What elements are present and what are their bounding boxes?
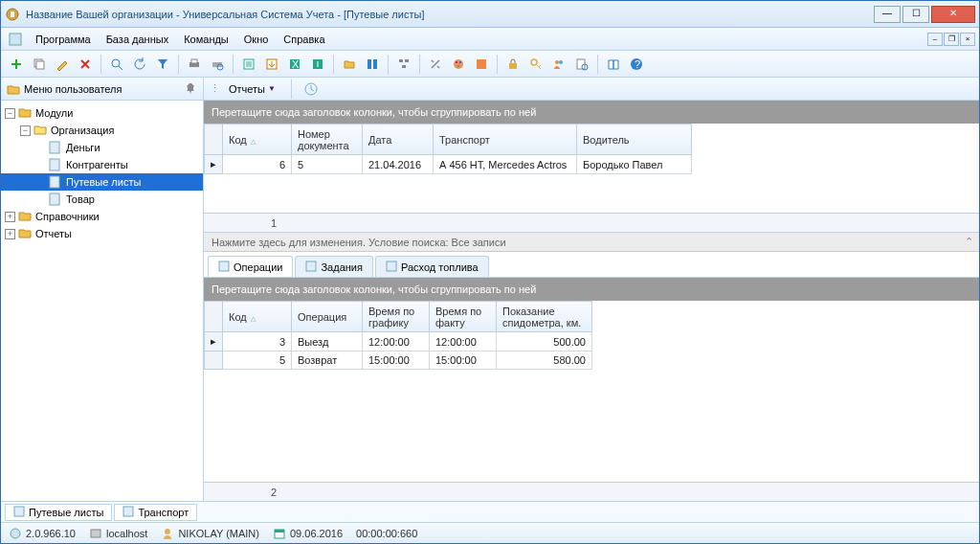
col-odometer[interactable]: Показание спидометра, км. bbox=[497, 302, 592, 332]
import-icon[interactable] bbox=[262, 55, 281, 74]
collapse-up-icon[interactable]: ⌃ bbox=[965, 236, 973, 248]
svg-rect-25 bbox=[509, 63, 517, 69]
tree-modules[interactable]: − Модули bbox=[1, 104, 203, 122]
document-icon bbox=[218, 261, 230, 274]
mdi-close[interactable]: × bbox=[960, 33, 975, 46]
lock-icon[interactable] bbox=[503, 55, 523, 74]
columns-icon[interactable] bbox=[363, 55, 382, 74]
reports-dropdown[interactable]: Отчеты ▼ bbox=[223, 81, 281, 97]
close-button[interactable]: ✕ bbox=[931, 6, 975, 23]
menu-window[interactable]: Окно bbox=[236, 32, 277, 47]
help-icon[interactable]: ? bbox=[627, 55, 646, 74]
col-operation[interactable]: Операция bbox=[292, 302, 363, 332]
doctab-waybills[interactable]: Путевые листы bbox=[5, 504, 112, 521]
menu-commands[interactable]: Команды bbox=[176, 32, 236, 47]
table-header-row: Код△ Номер документа Дата Транспорт Води… bbox=[205, 125, 692, 155]
audit-icon[interactable] bbox=[572, 55, 591, 74]
copy-icon[interactable] bbox=[30, 55, 49, 74]
tree-reports[interactable]: + Отчеты bbox=[1, 225, 203, 242]
maximize-button[interactable]: ☐ bbox=[902, 6, 929, 23]
status-date: 09.06.2016 bbox=[273, 527, 343, 540]
document-icon bbox=[13, 506, 25, 519]
folder-icon bbox=[18, 227, 32, 240]
palette-icon[interactable] bbox=[449, 55, 468, 74]
tab-operations[interactable]: Операции bbox=[208, 256, 293, 277]
svg-rect-1 bbox=[11, 11, 14, 17]
svg-point-28 bbox=[559, 60, 563, 64]
col-date[interactable]: Дата bbox=[363, 125, 434, 155]
filter-icon[interactable] bbox=[153, 55, 172, 74]
pin-icon[interactable] bbox=[186, 82, 197, 96]
window-buttons: — ☐ ✕ bbox=[874, 6, 975, 23]
expand-icon[interactable]: + bbox=[5, 212, 15, 222]
menu-help[interactable]: Справка bbox=[276, 32, 332, 47]
search-icon[interactable] bbox=[107, 55, 126, 74]
menu-program[interactable]: Программа bbox=[28, 32, 99, 47]
col-code[interactable]: Код△ bbox=[223, 125, 292, 155]
svg-rect-38 bbox=[219, 261, 229, 271]
collapse-icon[interactable]: − bbox=[20, 125, 31, 136]
table-row[interactable]: 5 Возврат 15:00:00 15:00:00 580.00 bbox=[205, 351, 592, 370]
refresh-icon[interactable] bbox=[130, 55, 149, 74]
tree-contragents[interactable]: Контрагенты bbox=[1, 156, 203, 173]
svg-rect-40 bbox=[387, 261, 396, 271]
tree-waybills[interactable]: Путевые листы bbox=[1, 173, 203, 191]
col-schedule-time[interactable]: Время по графику bbox=[363, 302, 430, 332]
col-actual-time[interactable]: Время по факту bbox=[430, 302, 497, 332]
key-icon[interactable] bbox=[526, 55, 546, 74]
svg-point-5 bbox=[112, 59, 120, 67]
folder-icon bbox=[18, 106, 32, 120]
users-icon[interactable] bbox=[549, 55, 568, 74]
col-transport[interactable]: Транспорт bbox=[434, 125, 577, 155]
menu-database[interactable]: База данных bbox=[99, 32, 177, 47]
svg-rect-34 bbox=[50, 159, 59, 170]
excel-import-icon[interactable] bbox=[308, 55, 327, 74]
tab-fuel[interactable]: Расход топлива bbox=[375, 256, 489, 277]
svg-rect-19 bbox=[402, 65, 406, 68]
mdi-minimize[interactable]: – bbox=[927, 33, 943, 46]
group-panel[interactable]: Перетащите сюда заголовок колонки, чтобы… bbox=[204, 101, 979, 124]
document-icon bbox=[49, 158, 62, 171]
tree-money[interactable]: Деньги bbox=[1, 139, 203, 156]
collapse-icon[interactable]: − bbox=[5, 108, 15, 119]
menubar: Программа База данных Команды Окно Справ… bbox=[1, 28, 979, 51]
book-icon[interactable] bbox=[604, 55, 623, 74]
tab-tasks[interactable]: Задания bbox=[295, 256, 372, 277]
folder-icon[interactable] bbox=[340, 55, 359, 74]
calendar-icon bbox=[273, 527, 286, 540]
doctab-transport[interactable]: Транспорт bbox=[114, 504, 197, 521]
col-docnum[interactable]: Номер документа bbox=[292, 125, 363, 155]
svg-rect-41 bbox=[14, 507, 24, 516]
detail-group-panel[interactable]: Перетащите сюда заголовок колонки, чтобы… bbox=[204, 278, 979, 301]
col-driver[interactable]: Водитель bbox=[577, 125, 692, 155]
theme-icon[interactable] bbox=[472, 55, 491, 74]
tree-view-icon[interactable] bbox=[394, 55, 413, 74]
mdi-restore[interactable]: ❐ bbox=[944, 33, 959, 46]
col-code[interactable]: Код△ bbox=[223, 302, 292, 332]
svg-rect-42 bbox=[123, 507, 133, 516]
filter-row[interactable]: Нажмите здесь для изменения. Условие пои… bbox=[204, 233, 979, 252]
table-row[interactable]: ▸ 6 5 21.04.2016 А 456 НТ, Mercedes Actr… bbox=[205, 155, 692, 174]
excel-export-icon[interactable]: X bbox=[285, 55, 304, 74]
print-preview-icon[interactable] bbox=[208, 55, 227, 74]
titlebar: Название Вашей организации - Универсальн… bbox=[1, 1, 979, 28]
detail-grid[interactable]: Код△ Операция Время по графику Время по … bbox=[204, 301, 979, 482]
expand-icon[interactable]: + bbox=[5, 229, 15, 239]
clock-icon[interactable] bbox=[301, 79, 321, 99]
add-icon[interactable] bbox=[7, 55, 26, 74]
tree-dictionaries[interactable]: + Справочники bbox=[1, 208, 203, 225]
export-icon[interactable] bbox=[239, 55, 258, 74]
tree-goods[interactable]: Товар bbox=[1, 191, 203, 208]
svg-point-20 bbox=[454, 59, 463, 69]
edit-icon[interactable] bbox=[53, 55, 72, 74]
tree-organization[interactable]: − Организация bbox=[1, 122, 203, 139]
print-icon[interactable] bbox=[185, 55, 204, 74]
master-grid-footer: 1 bbox=[204, 213, 979, 232]
delete-icon[interactable] bbox=[76, 55, 95, 74]
table-row[interactable]: ▸ 3 Выезд 12:00:00 12:00:00 500.00 bbox=[205, 332, 592, 351]
svg-point-43 bbox=[11, 529, 20, 538]
settings-icon[interactable] bbox=[426, 55, 445, 74]
minimize-button[interactable]: — bbox=[874, 6, 901, 23]
nav-tree: − Модули − Организация Деньги Контрагент… bbox=[1, 101, 203, 501]
master-grid[interactable]: Код△ Номер документа Дата Транспорт Води… bbox=[204, 124, 979, 213]
